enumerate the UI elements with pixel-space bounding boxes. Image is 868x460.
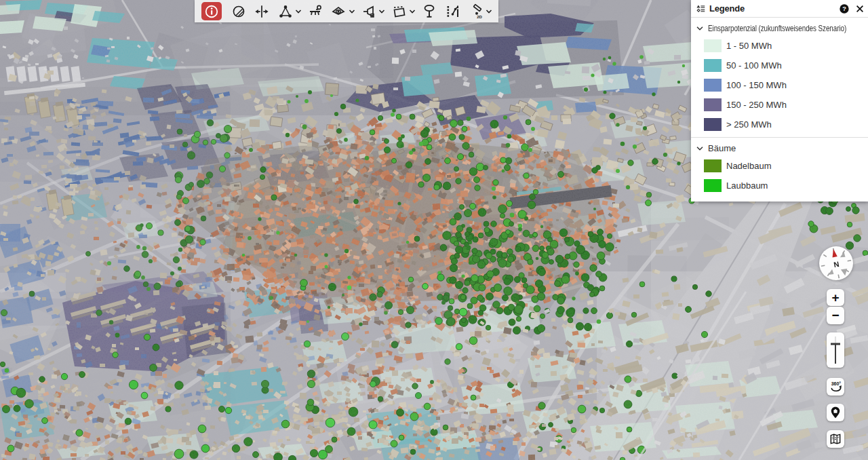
svg-text:?: ? xyxy=(842,5,846,12)
svg-text:360°: 360° xyxy=(831,381,841,386)
svg-text:2D: 2D xyxy=(477,14,482,18)
